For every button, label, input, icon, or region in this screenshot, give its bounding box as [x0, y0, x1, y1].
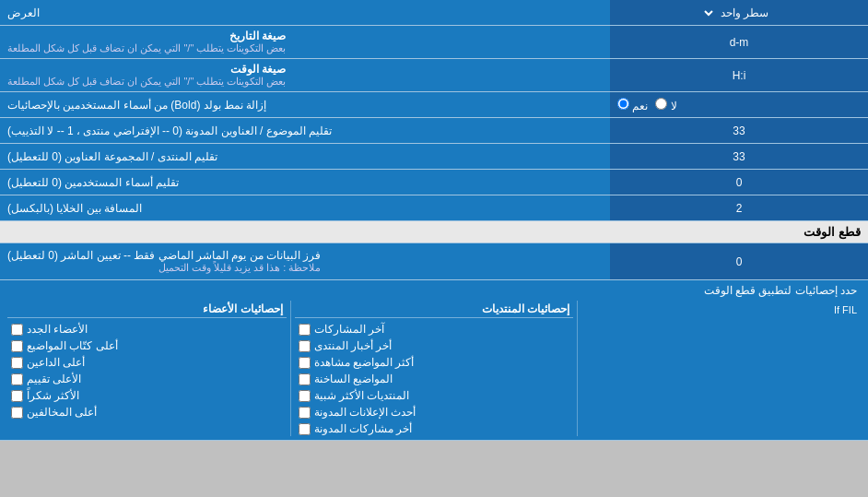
date-format-label: صيغة التاريخ بعض التكوينات يتطلب "/" الت…	[0, 26, 610, 58]
forum-input	[610, 144, 868, 169]
cb-forum-news: أخر أخبار المنتدى	[295, 338, 574, 353]
radio-yes[interactable]	[617, 98, 629, 110]
date-format-input	[610, 26, 868, 58]
cb-top-inviters: أعلى الداعين	[7, 355, 287, 370]
cb-most-thanks: الأكثر شكراً	[7, 388, 287, 403]
cb-new-members: الأعضاء الجدد	[7, 322, 287, 337]
cb-forum-news-check[interactable]	[299, 340, 311, 352]
cb-top-violators-label: أعلى المخالفين	[27, 406, 97, 419]
cb-most-similar: المنتديات الأكثر شبية	[295, 388, 574, 403]
display-label: العرض	[0, 0, 610, 25]
time-format-field[interactable]	[616, 69, 862, 82]
cb-top-violators: أعلى المخالفين	[7, 405, 287, 420]
usernames-field[interactable]	[616, 176, 862, 189]
cb-last-posts: آخر المشاركات	[295, 322, 574, 337]
time-section-header: قطع الوقت	[0, 221, 868, 243]
cb-latest-announcements-check[interactable]	[299, 407, 311, 419]
checkboxes-title: حدد إحصائيات لتطبيق قطع الوقت	[7, 284, 861, 297]
cb-most-thanks-check[interactable]	[11, 390, 23, 402]
date-format-field[interactable]	[616, 36, 862, 49]
display-select[interactable]: سطر واحد سطران ثلاثة أسطر	[702, 4, 777, 22]
cb-top-inviters-check[interactable]	[11, 357, 23, 369]
topics-field[interactable]	[616, 124, 862, 137]
cb-most-similar-label: المنتديات الأكثر شبية	[314, 389, 410, 402]
bold-remove-input: لا نعم	[610, 92, 868, 117]
col-divider2	[577, 301, 578, 436]
cell-distance-input	[610, 195, 868, 220]
radio-yes-label: نعم	[617, 98, 648, 112]
cb-blog-posts-check[interactable]	[299, 423, 311, 435]
cell-distance-row: المسافة بين الخلايا (بالبكسل)	[0, 195, 868, 221]
cb-new-members-check[interactable]	[11, 324, 23, 336]
cb-top-authors: أعلى كتّاب المواضيع	[7, 338, 287, 353]
cb-top-rated: الأعلى تقييم	[7, 372, 287, 386]
time-format-label: صيغة الوقت بعض التكوينات يتطلب "/" التي …	[0, 59, 610, 91]
cell-distance-field[interactable]	[616, 202, 862, 215]
limit-label: فرز البيانات من يوم الماشر الماضي فقط --…	[0, 243, 610, 279]
checkboxes-grid: إحصائيات الأعضاء الأعضاء الجدد أعلى كتّا…	[7, 301, 861, 436]
main-container: العرض سطر واحد سطران ثلاثة أسطر صيغة الت…	[0, 0, 868, 441]
time-format-input	[610, 59, 868, 91]
bold-remove-row: إزالة نمط بولد (Bold) من أسماء المستخدمي…	[0, 92, 868, 118]
time-format-row: صيغة الوقت بعض التكوينات يتطلب "/" التي …	[0, 59, 868, 92]
cb-new-members-label: الأعضاء الجدد	[27, 323, 88, 336]
date-format-row: صيغة التاريخ بعض التكوينات يتطلب "/" الت…	[0, 26, 868, 59]
cb-hot-topics-check[interactable]	[299, 373, 311, 385]
radio-no-label: لا	[655, 98, 676, 112]
limit-input	[610, 243, 868, 279]
cb-top-inviters-label: أعلى الداعين	[27, 356, 85, 369]
limit-field[interactable]	[616, 255, 862, 268]
cb-latest-announcements-label: أحدث الإعلانات المدونة	[314, 406, 416, 419]
cb-top-violators-check[interactable]	[11, 407, 23, 419]
limit-row: فرز البيانات من يوم الماشر الماضي فقط --…	[0, 243, 868, 280]
usernames-input	[610, 170, 868, 195]
cell-distance-label: المسافة بين الخلايا (بالبكسل)	[0, 195, 610, 220]
cb-top-rated-label: الأعلى تقييم	[27, 373, 81, 385]
cb-top-authors-label: أعلى كتّاب المواضيع	[27, 339, 118, 352]
col-members-header: إحصائيات الأعضاء	[7, 301, 287, 318]
topics-label: تقليم الموضوع / العناوين المدونة (0 -- ا…	[0, 118, 610, 143]
topics-row: تقليم الموضوع / العناوين المدونة (0 -- ا…	[0, 118, 868, 144]
usernames-label: تقليم أسماء المستخدمين (0 للتعطيل)	[0, 170, 610, 195]
cb-hot-topics: المواضيع الساخنة	[295, 372, 574, 386]
forum-row: تقليم المنتدى / المجموعة العناوين (0 للت…	[0, 144, 868, 170]
col-extra: If FIL	[581, 301, 861, 436]
cb-top-rated-check[interactable]	[11, 373, 23, 385]
col-forums-header: إحصائيات المنتديات	[295, 301, 574, 318]
radio-no[interactable]	[655, 98, 667, 110]
topics-input	[610, 118, 868, 143]
cb-most-viewed: أكثر المواضيع مشاهدة	[295, 355, 574, 370]
cb-blog-posts-label: أخر مشاركات المدونة	[314, 422, 413, 435]
cb-last-posts-check[interactable]	[299, 324, 311, 336]
usernames-row: تقليم أسماء المستخدمين (0 للتعطيل)	[0, 170, 868, 195]
display-row: العرض سطر واحد سطران ثلاثة أسطر	[0, 0, 868, 26]
col-divider	[290, 301, 291, 436]
forum-field[interactable]	[616, 150, 862, 163]
cb-blog-posts: أخر مشاركات المدونة	[295, 421, 574, 436]
cb-most-similar-check[interactable]	[299, 390, 311, 402]
cb-most-thanks-label: الأكثر شكراً	[27, 389, 79, 402]
cb-most-viewed-label: أكثر المواضيع مشاهدة	[314, 356, 415, 369]
cb-top-authors-check[interactable]	[11, 340, 23, 352]
cb-forum-news-label: أخر أخبار المنتدى	[314, 339, 393, 352]
bold-remove-label: إزالة نمط بولد (Bold) من أسماء المستخدمي…	[0, 92, 610, 117]
forum-label: تقليم المنتدى / المجموعة العناوين (0 للت…	[0, 144, 610, 169]
cb-last-posts-label: آخر المشاركات	[314, 323, 384, 336]
checkboxes-section: حدد إحصائيات لتطبيق قطع الوقت إحصائيات ا…	[0, 280, 868, 441]
cb-hot-topics-label: المواضيع الساخنة	[314, 373, 393, 385]
col-forums: إحصائيات المنتديات آخر المشاركات أخر أخب…	[295, 301, 574, 436]
cb-latest-announcements: أحدث الإعلانات المدونة	[295, 405, 574, 420]
cb-most-viewed-check[interactable]	[299, 357, 311, 369]
display-input: سطر واحد سطران ثلاثة أسطر	[610, 0, 868, 25]
col-members: إحصائيات الأعضاء الأعضاء الجدد أعلى كتّا…	[7, 301, 287, 436]
